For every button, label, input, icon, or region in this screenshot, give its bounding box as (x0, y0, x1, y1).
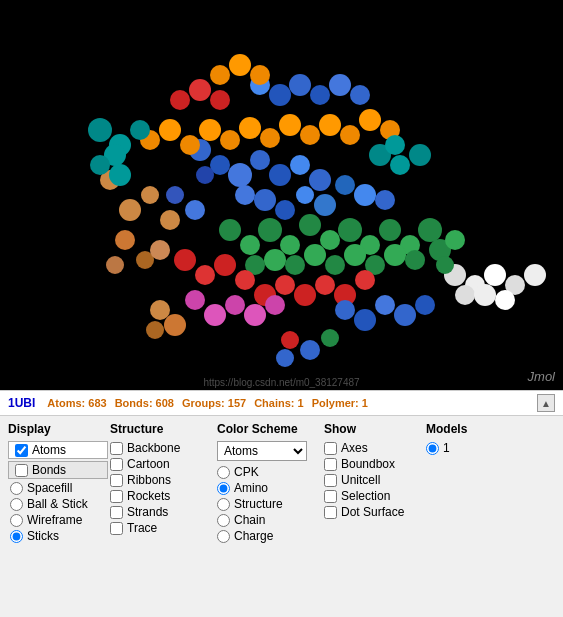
svg-point-62 (239, 117, 261, 139)
molecular-viewer[interactable]: Jmol https://blog.csdn.net/m0_38127487 (0, 0, 563, 390)
unitcell-checkbox[interactable] (324, 474, 337, 487)
svg-point-99 (146, 321, 164, 339)
cartoon-checkbox[interactable] (110, 458, 123, 471)
svg-point-90 (354, 309, 376, 331)
wireframe-item: Wireframe (10, 513, 108, 527)
spacefill-radio[interactable] (10, 482, 23, 495)
svg-point-100 (289, 74, 311, 96)
chain-item: Chain (217, 513, 322, 527)
model-1-item: 1 (426, 441, 496, 455)
svg-point-47 (174, 249, 196, 271)
svg-point-26 (185, 200, 205, 220)
amino-item: Amino (217, 481, 322, 495)
trace-item: Trace (110, 521, 215, 535)
svg-point-111 (210, 90, 230, 110)
trace-label: Trace (127, 521, 157, 535)
svg-point-101 (310, 85, 330, 105)
ball-stick-item: Ball & Stick (10, 497, 108, 511)
svg-point-3 (141, 186, 159, 204)
svg-point-97 (150, 300, 170, 320)
svg-point-78 (484, 264, 506, 286)
dot-surface-checkbox[interactable] (324, 506, 337, 519)
models-group: Models 1 (426, 422, 496, 610)
ribbons-checkbox[interactable] (110, 474, 123, 487)
wireframe-radio[interactable] (10, 514, 23, 527)
model-1-radio[interactable] (426, 442, 439, 455)
atoms-checkbox-btn[interactable]: Atoms (8, 441, 108, 459)
svg-point-56 (355, 270, 375, 290)
svg-point-11 (228, 163, 252, 187)
svg-point-46 (405, 250, 425, 270)
selection-label: Selection (341, 489, 390, 503)
svg-point-68 (359, 109, 381, 131)
cpk-radio[interactable] (217, 466, 230, 479)
svg-point-59 (180, 135, 200, 155)
bonds-label: Bonds (32, 463, 66, 477)
settings-icon[interactable]: ▲ (537, 394, 555, 412)
svg-point-23 (354, 184, 376, 206)
svg-point-114 (409, 144, 431, 166)
svg-point-67 (340, 125, 360, 145)
color-scheme-select[interactable]: Atoms CPK Amino Structure Chain Charge (217, 441, 307, 461)
svg-point-115 (385, 135, 405, 155)
svg-point-118 (321, 329, 339, 347)
strands-checkbox[interactable] (110, 506, 123, 519)
svg-point-74 (90, 155, 110, 175)
ball-stick-radio[interactable] (10, 498, 23, 511)
svg-point-35 (379, 219, 401, 241)
svg-point-92 (394, 304, 416, 326)
svg-point-12 (250, 150, 270, 170)
svg-point-28 (240, 235, 260, 255)
svg-point-72 (130, 120, 150, 140)
svg-point-88 (265, 295, 285, 315)
svg-point-83 (495, 290, 515, 310)
svg-point-109 (170, 90, 190, 110)
atoms-checkbox[interactable] (15, 444, 28, 457)
rockets-checkbox[interactable] (110, 490, 123, 503)
structure-radio[interactable] (217, 498, 230, 511)
svg-point-106 (210, 65, 230, 85)
structure-group: Structure Backbone Cartoon Ribbons Rocke… (110, 422, 215, 610)
atoms-label: Atoms (32, 443, 66, 457)
svg-point-61 (220, 130, 240, 150)
svg-point-93 (415, 295, 435, 315)
svg-point-110 (189, 79, 211, 101)
selection-checkbox[interactable] (324, 490, 337, 503)
backbone-checkbox[interactable] (110, 442, 123, 455)
svg-point-91 (375, 295, 395, 315)
svg-point-89 (335, 300, 355, 320)
boundbox-checkbox[interactable] (324, 458, 337, 471)
display-group: Display Atoms Bonds Spacefill Ball & Sti… (8, 422, 108, 610)
svg-point-98 (164, 314, 186, 336)
strands-item: Strands (110, 505, 215, 519)
bonds-checkbox-btn[interactable]: Bonds (8, 461, 108, 479)
svg-point-42 (325, 255, 345, 275)
charge-label: Charge (234, 529, 273, 543)
axes-checkbox[interactable] (324, 442, 337, 455)
bonds-checkbox[interactable] (15, 464, 28, 477)
svg-point-52 (275, 275, 295, 295)
svg-point-29 (258, 218, 282, 242)
svg-point-84 (185, 290, 205, 310)
svg-point-65 (300, 125, 320, 145)
unitcell-item: Unitcell (324, 473, 424, 487)
svg-point-48 (195, 265, 215, 285)
svg-point-53 (294, 284, 316, 306)
svg-point-50 (235, 270, 255, 290)
charge-radio[interactable] (217, 530, 230, 543)
svg-point-20 (296, 186, 314, 204)
strands-label: Strands (127, 505, 168, 519)
trace-checkbox[interactable] (110, 522, 123, 535)
svg-point-82 (474, 284, 496, 306)
amino-radio[interactable] (217, 482, 230, 495)
svg-point-13 (269, 164, 291, 186)
status-bar: 1UBI Atoms: 683 Bonds: 608 Groups: 157 C… (0, 390, 563, 416)
cpk-item: CPK (217, 465, 322, 479)
chain-radio[interactable] (217, 514, 230, 527)
unitcell-label: Unitcell (341, 473, 380, 487)
sticks-radio[interactable] (10, 530, 23, 543)
svg-point-17 (235, 185, 255, 205)
svg-point-87 (244, 304, 266, 326)
svg-point-31 (299, 214, 321, 236)
svg-point-7 (150, 240, 170, 260)
